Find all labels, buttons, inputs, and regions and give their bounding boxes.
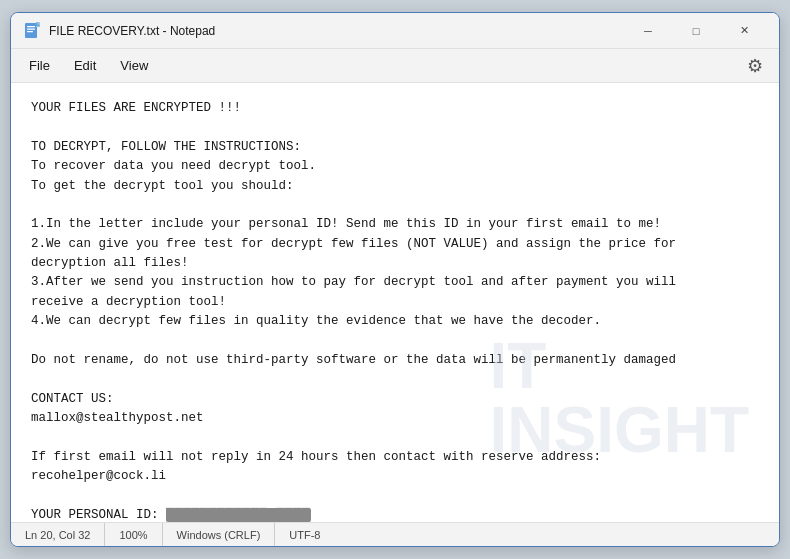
menu-edit[interactable]: Edit xyxy=(64,54,106,77)
notepad-window: FILE RECOVERY.txt - Notepad ─ □ ✕ File E… xyxy=(10,12,780,547)
window-title: FILE RECOVERY.txt - Notepad xyxy=(49,24,625,38)
close-button[interactable]: ✕ xyxy=(721,15,767,47)
svg-rect-2 xyxy=(27,28,35,29)
statusbar: Ln 20, Col 32 100% Windows (CRLF) UTF-8 xyxy=(11,522,779,546)
menu-view[interactable]: View xyxy=(110,54,158,77)
titlebar: FILE RECOVERY.txt - Notepad ─ □ ✕ xyxy=(11,13,779,49)
line-ending: Windows (CRLF) xyxy=(163,523,276,546)
menu-file[interactable]: File xyxy=(19,54,60,77)
svg-rect-0 xyxy=(25,23,37,38)
svg-rect-3 xyxy=(27,31,33,32)
maximize-button[interactable]: □ xyxy=(673,15,719,47)
notepad-icon xyxy=(23,22,41,40)
zoom-level: 100% xyxy=(105,523,162,546)
personal-id-redacted: ████████████ ████ xyxy=(166,508,311,522)
minimize-button[interactable]: ─ xyxy=(625,15,671,47)
settings-icon[interactable]: ⚙ xyxy=(739,51,771,81)
menu-items: File Edit View xyxy=(19,54,158,77)
document-content: YOUR FILES ARE ENCRYPTED !!! TO DECRYPT,… xyxy=(31,99,759,522)
svg-rect-1 xyxy=(27,26,35,27)
window-controls: ─ □ ✕ xyxy=(625,15,767,47)
encoding: UTF-8 xyxy=(275,523,334,546)
cursor-position: Ln 20, Col 32 xyxy=(21,523,105,546)
menubar: File Edit View ⚙ xyxy=(11,49,779,83)
text-editor[interactable]: IT INSIGHT YOUR FILES ARE ENCRYPTED !!! … xyxy=(11,83,779,522)
